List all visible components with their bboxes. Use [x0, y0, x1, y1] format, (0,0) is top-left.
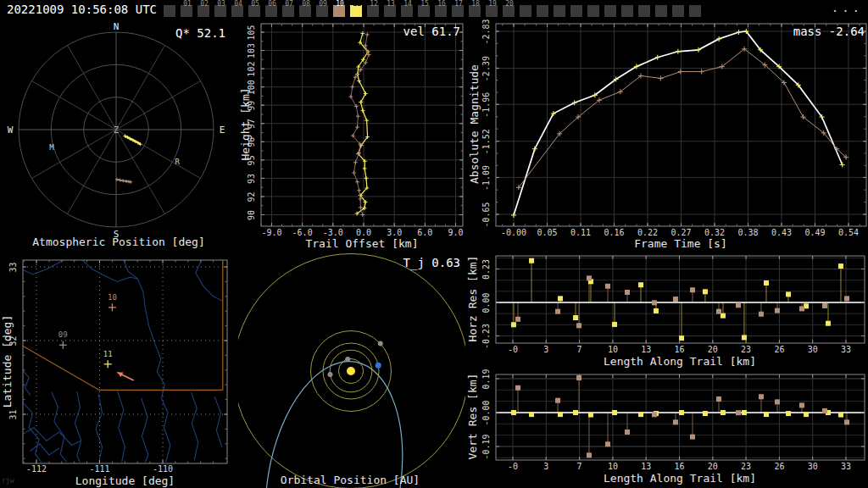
svg-text:92: 92: [247, 191, 256, 202]
svg-text:30: 30: [808, 462, 818, 471]
horz-res-y-axis-label: Horz Res [km]: [466, 244, 479, 354]
svg-text:23: 23: [741, 345, 751, 354]
svg-text:105: 105: [247, 25, 256, 40]
vert-res-y-axis-label: Vert Res [km]: [466, 362, 479, 472]
svg-text:R: R: [175, 158, 181, 166]
svg-text:09: 09: [58, 330, 68, 339]
svg-text:7: 7: [577, 462, 582, 471]
svg-text:0.43: 0.43: [771, 228, 792, 237]
frame-tab-number: 03: [214, 0, 228, 8]
velocity-annotation: vel 61.7: [403, 25, 460, 38]
svg-text:3: 3: [543, 462, 548, 471]
frame-tab-number: 07: [282, 0, 296, 8]
svg-text:0.49: 0.49: [804, 228, 825, 237]
frame-tab-number: 15: [418, 0, 431, 8]
frame-tab-number: 13: [384, 0, 398, 8]
svg-text:0.19: 0.19: [481, 369, 491, 389]
frame-tab-number: 18: [469, 0, 482, 8]
svg-text:0.0: 0.0: [356, 228, 371, 237]
svg-text:E: E: [220, 125, 225, 136]
svg-text:-0.00: -0.00: [501, 228, 526, 237]
svg-text:W: W: [8, 125, 14, 136]
svg-text:-0: -0: [508, 345, 518, 354]
svg-text:-2.39: -2.39: [481, 56, 491, 81]
frame-tab-number: 02: [198, 0, 211, 8]
svg-text:26: 26: [774, 345, 784, 354]
svg-text:10: 10: [108, 293, 117, 302]
svg-text:-0.00: -0.00: [481, 400, 491, 425]
svg-text:0.27: 0.27: [670, 228, 691, 237]
frame-tab-number: 04: [231, 0, 245, 8]
svg-text:13: 13: [641, 462, 651, 471]
svg-text:33: 33: [841, 345, 851, 354]
svg-text:-0.23: -0.23: [481, 324, 491, 349]
svg-text:20: 20: [708, 345, 718, 354]
svg-text:-0: -0: [508, 462, 518, 471]
svg-text:-1.96: -1.96: [481, 92, 491, 118]
orbit-panel-title: Orbital Position [AU]: [248, 474, 452, 486]
svg-text:-9.0: -9.0: [261, 228, 281, 237]
svg-text:0.11: 0.11: [570, 228, 591, 237]
svg-text:16: 16: [675, 345, 685, 354]
svg-text:0.00: 0.00: [481, 292, 491, 313]
frame-tab-number: 01: [181, 0, 194, 8]
frame-tab-number: 14: [401, 0, 415, 8]
watermark: rjw: [2, 477, 14, 485]
frame-tab-number: 16: [435, 0, 448, 8]
frame-tab-number: 20: [503, 0, 516, 8]
svg-text:0.38: 0.38: [737, 228, 758, 237]
svg-text:-1.52: -1.52: [481, 129, 491, 154]
svg-text:0.05: 0.05: [537, 228, 557, 237]
svg-text:Z: Z: [114, 125, 119, 135]
svg-text:103: 103: [247, 43, 256, 58]
svg-text:9.0: 9.0: [448, 228, 464, 237]
svg-text:10: 10: [608, 462, 618, 471]
svg-text:13: 13: [641, 345, 651, 354]
magnitude-y-axis-label: Absolute Magnitude: [468, 48, 481, 201]
svg-text:6.0: 6.0: [417, 228, 432, 237]
svg-text:0.16: 0.16: [604, 228, 624, 237]
map-y-axis-label: Latitude [deg]: [1, 290, 14, 434]
svg-text:33: 33: [8, 262, 18, 272]
svg-text:23: 23: [741, 462, 751, 471]
map-x-axis-label: Longitude [deg]: [23, 474, 227, 487]
meteor-analysis-app: { "header": { "clock": "20221009 10:56:0…: [0, 0, 868, 488]
horz-res-x-axis-label: Length Along Trail [km]: [578, 355, 782, 368]
svg-text:11: 11: [103, 350, 113, 358]
svg-text:-6.0: -6.0: [292, 228, 313, 237]
svg-text:-110: -110: [153, 464, 173, 474]
trail-y-axis-label: Height [km]: [239, 69, 252, 180]
svg-text:10: 10: [608, 345, 618, 354]
svg-text:-111: -111: [89, 464, 109, 474]
svg-text:-112: -112: [26, 464, 47, 474]
svg-text:20: 20: [708, 462, 718, 471]
svg-text:16: 16: [675, 462, 685, 471]
frame-tab-number: 12: [367, 0, 381, 8]
frame-tab-number: 08: [299, 0, 313, 8]
mass-annotation: mass -2.64: [793, 25, 865, 38]
q-star-annotation: Q* 52.1: [175, 26, 225, 40]
frame-tab-number: 19: [486, 0, 499, 8]
svg-text:33: 33: [841, 462, 851, 471]
svg-text:-0.19: -0.19: [481, 434, 491, 459]
svg-text:3: 3: [543, 345, 548, 354]
svg-text:M: M: [49, 143, 54, 152]
svg-text:0.23: 0.23: [481, 259, 491, 280]
frame-tab-number: 06: [265, 0, 279, 8]
svg-text:0.22: 0.22: [637, 228, 658, 237]
frame-tab-number: 10: [333, 0, 347, 8]
atmos-panel-title: Atmospheric Position [deg]: [0, 236, 237, 248]
svg-text:-3.0: -3.0: [323, 228, 343, 237]
frame-tab-number: 11: [350, 0, 364, 8]
magnitude-x-axis-label: Frame Time [s]: [579, 237, 782, 250]
svg-text:26: 26: [774, 462, 784, 471]
svg-text:-1.09: -1.09: [481, 165, 491, 191]
frame-tab-number: 17: [452, 0, 465, 8]
svg-text:30: 30: [808, 345, 818, 354]
trail-x-axis-label: Trail Offset [km]: [260, 237, 464, 250]
frame-tab-number: 05: [248, 0, 262, 8]
svg-text:-2.83: -2.83: [481, 19, 491, 44]
tisserand-annotation: T_j 0.63: [403, 256, 460, 269]
svg-text:3.0: 3.0: [387, 228, 402, 237]
svg-text:90: 90: [247, 210, 256, 220]
